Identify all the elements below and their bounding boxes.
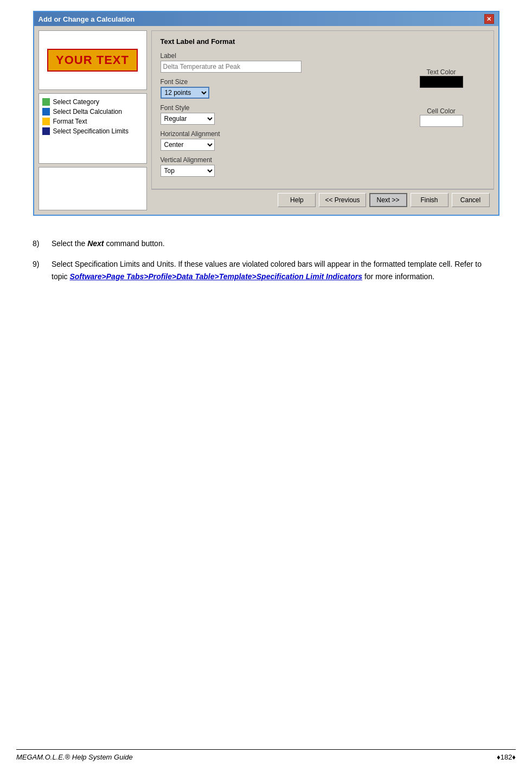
step-item-3: Format Text <box>42 118 143 125</box>
dialog-title: Add or Change a Calculation <box>39 15 135 23</box>
halign-label: Horizontal Alignment <box>161 130 409 138</box>
colors-panel: Text Color Cell Color <box>409 68 485 182</box>
steps-list: Select Category Select Delta Calculation… <box>39 93 147 164</box>
dialog-titlebar: Add or Change a Calculation ✕ <box>34 12 498 26</box>
left-bottom-box <box>39 167 147 210</box>
valign-label: Vertical Alignment <box>161 156 409 164</box>
your-text-preview: YOUR TEXT <box>47 49 138 72</box>
step-9-text: Select Specification Limits and Units. I… <box>52 258 499 282</box>
dialog-close-button[interactable]: ✕ <box>484 14 494 24</box>
dialog-body: YOUR TEXT Select Category Select Delta C… <box>34 26 498 215</box>
help-button[interactable]: Help <box>278 193 316 207</box>
next-button[interactable]: Next >> <box>369 193 407 207</box>
step-color-2 <box>42 108 50 115</box>
footer-title: MEGAM.O.L.E.® Help System Guide <box>16 753 133 761</box>
footer-page: ♦182♦ <box>497 753 516 761</box>
font-size-label: Font Size <box>161 78 409 86</box>
right-panel: Text Label and Format Label Font Size <box>151 30 494 210</box>
spacer <box>16 302 516 749</box>
preview-box: YOUR TEXT <box>39 30 147 90</box>
font-style-row: Font Style Regular Bold Italic Bold Ital… <box>161 104 409 125</box>
step-label-4: Select Specification Limits <box>53 127 129 135</box>
text-color-group: Text Color <box>420 68 463 88</box>
cell-color-label: Cell Color <box>420 107 463 115</box>
valign-select[interactable]: Top Middle Bottom <box>161 165 215 177</box>
font-size-row: Font Size 12 points 8 points 10 points 1… <box>161 78 409 99</box>
finish-button[interactable]: Finish <box>411 193 448 207</box>
step-9-text-after: for more information. <box>362 272 434 281</box>
label-field-label: Label <box>161 52 409 60</box>
step-8-text-after: command button. <box>104 239 165 248</box>
step-label-2: Select Delta Calculation <box>53 108 122 115</box>
halign-row: Horizontal Alignment Center Left Right <box>161 130 409 151</box>
step-8-num: 8) <box>33 237 46 249</box>
cancel-button[interactable]: Cancel <box>452 193 490 207</box>
label-input[interactable] <box>161 61 302 73</box>
right-content: Text Label and Format Label Font Size <box>151 30 494 189</box>
step-color-3 <box>42 118 50 125</box>
page-wrapper: Add or Change a Calculation ✕ YOUR TEXT … <box>0 0 532 772</box>
left-form: Label Font Size 12 points 8 points 10 po… <box>161 52 409 182</box>
font-style-select[interactable]: Regular Bold Italic Bold Italic <box>161 113 215 125</box>
step-color-4 <box>42 127 50 135</box>
step-8-paragraph: 8) Select the Next command button. <box>33 237 499 249</box>
step-label-3: Format Text <box>53 118 87 125</box>
cell-color-swatch[interactable] <box>420 115 463 127</box>
label-row: Label <box>161 52 409 73</box>
step-label-1: Select Category <box>53 98 99 106</box>
step-9-paragraph: 9) Select Specification Limits and Units… <box>33 258 499 282</box>
step-9-num: 9) <box>33 258 46 282</box>
step-8-text-before: Select the <box>52 239 87 248</box>
text-color-swatch[interactable] <box>420 76 463 88</box>
font-style-label: Font Style <box>161 104 409 112</box>
footer-diamond-left: ♦ <box>497 753 501 761</box>
step-item-4: Select Specification Limits <box>42 127 143 135</box>
close-icon: ✕ <box>486 16 491 23</box>
body-content: 8) Select the Next command button. 9) Se… <box>16 232 516 302</box>
text-color-label: Text Color <box>420 68 463 76</box>
dialog-buttons: Help << Previous Next >> Finish Cancel <box>151 189 494 210</box>
step-8-text: Select the Next command button. <box>52 237 499 249</box>
valign-row: Vertical Alignment Top Middle Bottom <box>161 156 409 177</box>
footer-page-number: 182♦ <box>501 753 516 761</box>
step-color-1 <box>42 98 50 106</box>
form-layout: Label Font Size 12 points 8 points 10 po… <box>161 52 485 182</box>
previous-button[interactable]: << Previous <box>319 193 366 207</box>
left-panel: YOUR TEXT Select Category Select Delta C… <box>39 30 147 210</box>
spec-limit-link[interactable]: Software>Page Tabs>Profile>Data Table>Te… <box>69 272 362 281</box>
section-title: Text Label and Format <box>161 37 485 46</box>
dialog-window: Add or Change a Calculation ✕ YOUR TEXT … <box>33 11 499 216</box>
step-item-2: Select Delta Calculation <box>42 108 143 115</box>
halign-select[interactable]: Center Left Right <box>161 139 215 151</box>
step-item-1: Select Category <box>42 98 143 106</box>
font-size-select[interactable]: 12 points 8 points 10 points 14 points 1… <box>161 87 209 99</box>
cell-color-group: Cell Color <box>420 107 463 127</box>
step-8-bold: Next <box>87 239 104 248</box>
page-footer: MEGAM.O.L.E.® Help System Guide ♦182♦ <box>16 749 516 761</box>
